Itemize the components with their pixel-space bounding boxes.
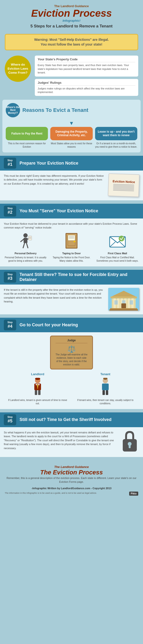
door-notice-line3 [69, 238, 74, 238]
step1-title: Prepare Your Eviction Notice [20, 161, 78, 166]
svg-rect-42 [106, 390, 108, 395]
party-tenant: Tenant If tenant wins, then tenant [74, 372, 137, 405]
svg-rect-29 [121, 304, 126, 308]
subtitle-label: 5 Steps for a Landlord to Remove a Tenan… [5, 24, 138, 28]
svg-rect-23 [110, 296, 137, 298]
tenant-label: Tenant [74, 372, 137, 376]
svg-line-5 [26, 243, 28, 248]
notice-lines [113, 184, 134, 191]
notice-line-3 [113, 186, 134, 188]
serve-icon-door [63, 233, 80, 250]
notice-line-5 [113, 189, 134, 190]
door-notice-line1 [69, 236, 74, 236]
parties-row: Landlord [4, 372, 139, 405]
svg-rect-40 [102, 384, 109, 390]
lock-icon-wrapper [120, 430, 139, 453]
svg-rect-25 [110, 309, 138, 310]
tag-label: Infographic! [5, 19, 138, 22]
notice-title: Eviction Notice [112, 179, 135, 184]
judges-rulings-title: Judges' Rulings [38, 81, 135, 86]
svg-rect-45 [129, 445, 130, 448]
footer-brand-small: The Landlord Guidance [5, 465, 138, 469]
warning-text-1: Warning: Most "Self-Help Evictions" are … [9, 38, 134, 42]
step4-badge: Step #4 [4, 320, 16, 330]
reason-desc-2: Or if a tenant is on a month-to-month, y… [95, 142, 137, 148]
step3-title: Tenant Still there? Time to sue for Forc… [20, 272, 139, 282]
landlord-svg [30, 378, 45, 396]
serve-label-1: Taping to Door [50, 252, 94, 255]
property-code-text: Every State has their own property laws,… [38, 64, 135, 74]
reason-bubble-0: Failure to Pay the Rent [6, 127, 48, 140]
courthouse-svg [108, 288, 139, 310]
reasons-arrow: ▼ [6, 121, 137, 126]
serve-method-0: Personal Delivery Personal Delivery to t… [4, 233, 48, 262]
door-shape [66, 233, 78, 248]
laws-right: Your State's Property Code Every State h… [35, 56, 138, 96]
warning-text-2: You must follow the laws of your state! [9, 42, 134, 47]
step5-title: Still not out? Time to Get the Sheriff I… [20, 417, 112, 422]
svg-rect-1 [24, 238, 28, 243]
reasons-cards: Failure to Pay the Rent This is the most… [6, 127, 137, 148]
step2-header: Step #2 You Must "Serve" Your Eviction N… [0, 204, 143, 218]
tenant-svg [98, 378, 112, 396]
reasons-section: Where's the Rent Money!? Reasons To Evic… [2, 100, 140, 152]
judge-text: The Judge will examine all the evidence,… [56, 353, 88, 366]
svg-rect-28 [130, 300, 133, 304]
door-knob [74, 241, 75, 242]
rent-bubble: Where's the Rent Money!? [6, 103, 20, 117]
footer-title: The Eviction Process [5, 469, 138, 476]
step3-inner: If the tenant is still in the property a… [4, 288, 139, 310]
step3-badge: Step #3 [4, 272, 16, 283]
tenant-desc: If tenant wins, then tenant can stay, us… [74, 398, 137, 405]
serve-methods: Personal Delivery Personal Delivery to t… [4, 233, 139, 262]
svg-line-2 [21, 239, 24, 242]
serve-method-1: Taping to Door Taping the Notice to the … [50, 233, 94, 262]
serve-text-2: First Class Mail or Certified Mail. Some… [96, 256, 138, 262]
door-notice [68, 235, 75, 240]
mail-icon [109, 235, 126, 248]
reason-card-0: Failure to Pay the Rent This is the most… [6, 127, 48, 148]
landlord-label: Landlord [6, 372, 69, 376]
gavel-icon: ⚖️ [56, 345, 88, 353]
step2-content: Your Eviction Notice must be delivered t… [0, 218, 143, 266]
reason-bubble-2: Lease is up - and you don't want them to… [95, 127, 137, 140]
svg-rect-24 [110, 308, 137, 309]
step2-text: Your Eviction Notice must be delivered t… [4, 222, 139, 230]
svg-point-0 [23, 233, 28, 238]
property-code-title: Your State's Property Code [38, 58, 135, 62]
step1-text: This must be done right! Every state has… [4, 174, 105, 186]
step3-content: If the tenant is still in the property a… [0, 284, 143, 314]
person-walk-icon [18, 233, 33, 250]
svg-rect-26 [114, 300, 118, 304]
eviction-notice-img: Eviction Notice [108, 174, 140, 197]
serve-label-2: First Class Mail [96, 252, 139, 255]
reasons-title: Reasons To Evict a Tenant [22, 107, 88, 113]
reason-card-1: Damaging the Property, Criminal Activity… [50, 127, 92, 148]
judge-area: Judge ⚖️ The Judge will examine all the … [50, 336, 93, 370]
step5-text: So what happens if you win the eviction … [4, 430, 117, 450]
reason-bubble-1: Damaging the Property, Criminal Activity… [50, 127, 92, 140]
landlord-desc: If Landlord wins, tenant is given amount… [6, 398, 69, 405]
serve-text-1: Taping the Notice to the Front Door. Man… [53, 256, 90, 262]
pikto-badge: Pikto [129, 492, 138, 496]
tenant-figure [74, 378, 137, 397]
notice-line-6 [113, 190, 134, 191]
footer-section: The Landlord Guidance The Eviction Proce… [0, 460, 143, 498]
landlord-figure [6, 378, 69, 397]
serve-desc-0: Personal Delivery Personal Delivery to t… [4, 252, 48, 262]
courthouse-img [108, 288, 139, 310]
step1-content: This must be done right! Every state has… [0, 170, 143, 200]
lock-icon [121, 430, 139, 453]
header: The Landlord Guidance Eviction Process I… [0, 0, 143, 31]
serve-icon-mail [109, 233, 126, 250]
reason-desc-1: Most States allow you to evict for these… [50, 142, 92, 148]
serve-method-2: First Class Mail First Class Mail or Cer… [96, 233, 139, 262]
step1-inner: This must be done right! Every state has… [4, 174, 139, 196]
serve-label-0: Personal Delivery [4, 252, 48, 255]
serve-icon-person [17, 233, 34, 250]
judges-rulings-box: Judges' Rulings Judges make rulings on d… [35, 79, 138, 96]
svg-line-4 [23, 243, 24, 248]
judge-label: Judge [56, 339, 88, 343]
step1-badge: Step #1 [4, 158, 16, 169]
page-title: Eviction Process [5, 8, 138, 19]
